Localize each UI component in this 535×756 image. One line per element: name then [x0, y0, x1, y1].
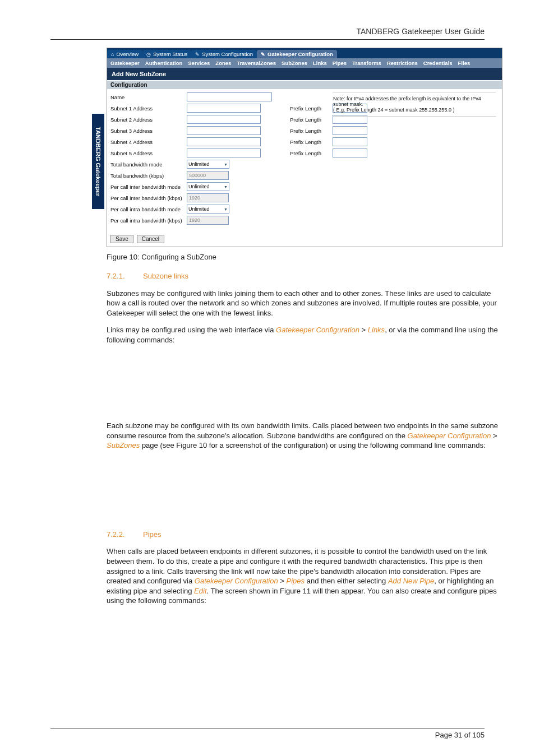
- input-prefix-5[interactable]: [333, 149, 367, 157]
- subtab-services[interactable]: Services: [188, 60, 210, 66]
- wrench-icon: ✎: [261, 52, 265, 57]
- page: TANDBERG Gatekeeper User Guide TANDBERG …: [0, 0, 535, 756]
- label-subnet-5: Subnet 5 Address: [110, 150, 183, 156]
- row-inter-mode: Per call inter bandwidth mode Unlimited▼: [110, 182, 499, 191]
- spacer: [107, 352, 499, 414]
- subtab-transforms[interactable]: Transforms: [352, 60, 381, 66]
- subtab-links[interactable]: Links: [313, 60, 327, 66]
- link-subzones[interactable]: SubZones: [107, 441, 140, 449]
- select-value: Unlimited: [188, 161, 210, 167]
- cancel-button[interactable]: Cancel: [137, 235, 164, 243]
- save-button[interactable]: Save: [110, 235, 133, 243]
- label-prefix-1: Prefix Length: [290, 105, 329, 112]
- wrench-icon: ✎: [195, 52, 200, 57]
- section-title: Subzone links: [143, 272, 188, 280]
- text: page (see Figure 10 for a screenshot of …: [140, 441, 485, 449]
- section-num: 7.2.1.: [107, 272, 125, 280]
- ui-screenshot: ⌂Overview ◷System Status ✎System Configu…: [107, 48, 502, 247]
- subtab-subzones[interactable]: SubZones: [282, 60, 307, 66]
- screenshot-figure: TANDBERG Gatekeeper ⌂Overview ◷System St…: [107, 48, 485, 261]
- link-links[interactable]: Links: [368, 326, 385, 334]
- label-prefix-2: Prefix Length: [290, 117, 329, 123]
- row-subnet-3: Subnet 3 Address Prefix Length: [110, 126, 499, 135]
- input-total-bw-kbps[interactable]: 500000: [187, 171, 229, 180]
- text: >: [491, 432, 497, 440]
- subtab-authentication[interactable]: Authentication: [145, 60, 183, 66]
- select-value: Unlimited: [188, 206, 210, 212]
- select-inter-mode[interactable]: Unlimited▼: [187, 182, 229, 191]
- subtab-zones[interactable]: Zones: [215, 60, 231, 66]
- page-footer: Page 31 of 105: [50, 729, 485, 739]
- section-title: Pipes: [143, 530, 162, 539]
- link-gatekeeper-config[interactable]: Gatekeeper Configuration: [408, 432, 491, 440]
- row-total-bw-mode: Total bandwidth mode Unlimited▼: [110, 160, 499, 169]
- note-box: Note: for IPv4 addresses the prefix leng…: [333, 92, 496, 117]
- home-icon: ⌂: [111, 52, 114, 57]
- sub-tabs-row: Gatekeeper Authentication Services Zones…: [107, 58, 502, 68]
- label-subnet-1: Subnet 1 Address: [110, 105, 183, 112]
- input-subnet-2[interactable]: [187, 115, 261, 124]
- tab-gatekeeper-config[interactable]: ✎Gatekeeper Configuration: [257, 50, 337, 58]
- chevron-down-icon: ▼: [224, 163, 228, 166]
- label-name: Name: [110, 94, 183, 100]
- spacer: [107, 458, 499, 520]
- input-name[interactable]: [187, 92, 272, 101]
- tab-overview[interactable]: ⌂Overview: [107, 50, 142, 58]
- chevron-down-icon: ▼: [224, 207, 228, 211]
- row-subnet-4: Subnet 4 Address Prefix Length: [110, 137, 499, 146]
- text: >: [278, 577, 287, 585]
- input-inter-kbps[interactable]: 1920: [187, 193, 229, 202]
- subtab-credentials[interactable]: Credentials: [423, 60, 453, 66]
- figure-caption: Figure 10: Configuring a SubZone: [107, 253, 485, 261]
- select-intra-mode[interactable]: Unlimited▼: [187, 205, 229, 214]
- para-721c: Each subzone may be configured with its …: [107, 421, 499, 451]
- input-subnet-4[interactable]: [187, 137, 261, 146]
- tab-label: System Configuration: [202, 51, 253, 57]
- label-subnet-4: Subnet 4 Address: [110, 139, 183, 145]
- link-edit[interactable]: Edit: [194, 587, 206, 595]
- label-prefix-4: Prefix Length: [290, 139, 329, 145]
- link-gatekeeper-config[interactable]: Gatekeeper Configuration: [195, 577, 278, 585]
- para-721b: Links may be configured using the web in…: [107, 325, 499, 345]
- button-row: Save Cancel: [107, 231, 502, 247]
- panel-header: Configuration: [107, 80, 502, 89]
- label-inter-kbps: Per call inter bandwidth (kbps): [110, 195, 183, 201]
- link-gatekeeper-config[interactable]: Gatekeeper Configuration: [276, 326, 359, 334]
- input-prefix-4[interactable]: [333, 137, 367, 146]
- para-722: When calls are placed between endpoints …: [107, 546, 499, 605]
- tab-system-status[interactable]: ◷System Status: [142, 50, 191, 58]
- input-prefix-3[interactable]: [333, 126, 367, 135]
- input-subnet-3[interactable]: [187, 126, 261, 135]
- label-subnet-2: Subnet 2 Address: [110, 117, 183, 123]
- chevron-down-icon: ▼: [224, 185, 228, 189]
- body-text: 7.2.1. Subzone links Subzones may be con…: [107, 271, 499, 606]
- label-intra-mode: Per call intra bandwidth mode: [110, 206, 183, 212]
- input-intra-kbps[interactable]: 1920: [187, 216, 229, 225]
- subtab-pipes[interactable]: Pipes: [333, 60, 347, 66]
- window-title: Add New SubZone: [107, 68, 502, 80]
- subtab-gatekeeper[interactable]: Gatekeeper: [110, 60, 140, 66]
- select-value: Unlimited: [188, 184, 210, 189]
- link-pipes[interactable]: Pipes: [287, 577, 305, 585]
- link-add-new-pipe[interactable]: Add New Pipe: [388, 577, 434, 585]
- subtab-files[interactable]: Files: [458, 60, 471, 66]
- section-num: 7.2.2.: [107, 530, 125, 539]
- label-prefix-5: Prefix Length: [290, 150, 329, 156]
- select-total-bw-mode[interactable]: Unlimited▼: [187, 160, 229, 169]
- input-subnet-1[interactable]: [187, 104, 261, 113]
- subtab-traversalzones[interactable]: TraversalZones: [237, 60, 276, 66]
- clock-icon: ◷: [146, 52, 151, 57]
- section-722-head: 7.2.2. Pipes: [107, 530, 499, 540]
- subtab-restrictions[interactable]: Restrictions: [387, 60, 418, 66]
- label-intra-kbps: Per call intra bandwidth (kbps): [110, 217, 183, 224]
- label-inter-mode: Per call inter bandwidth mode: [110, 184, 183, 190]
- top-tabs-row: ⌂Overview ◷System Status ✎System Configu…: [107, 48, 502, 58]
- tab-system-config[interactable]: ✎System Configuration: [191, 50, 257, 58]
- label-total-bw-mode: Total bandwidth mode: [110, 161, 183, 168]
- row-intra-kbps: Per call intra bandwidth (kbps) 1920: [110, 216, 499, 225]
- row-total-bw-kbps: Total bandwidth (kbps) 500000: [110, 171, 499, 180]
- label-subnet-3: Subnet 3 Address: [110, 128, 183, 134]
- input-subnet-5[interactable]: [187, 149, 261, 157]
- text: and then either selecting: [305, 577, 388, 585]
- label-prefix-3: Prefix Length: [290, 128, 329, 134]
